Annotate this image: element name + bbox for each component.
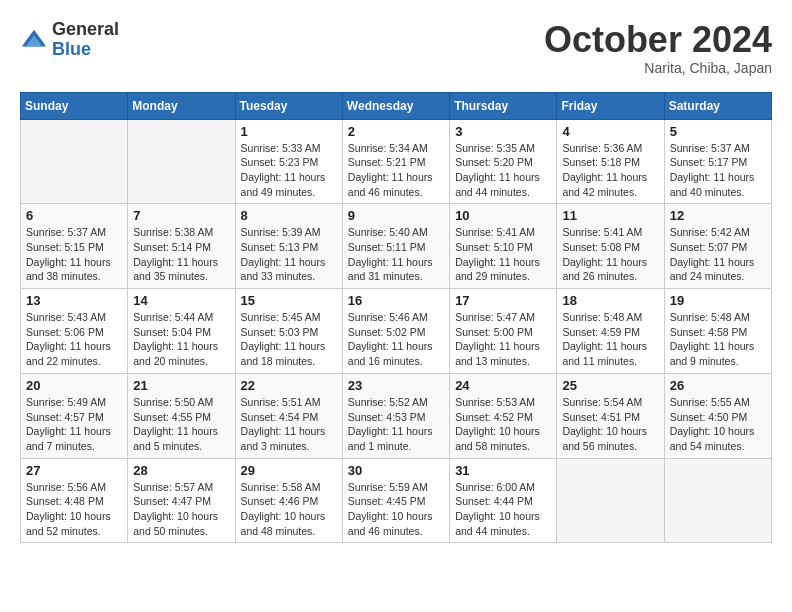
day-number: 17 [455, 293, 551, 308]
day-details: Sunrise: 5:57 AMSunset: 4:47 PMDaylight:… [133, 480, 229, 539]
day-number: 11 [562, 208, 658, 223]
day-number: 20 [26, 378, 122, 393]
calendar-cell [557, 458, 664, 543]
day-number: 21 [133, 378, 229, 393]
day-details: Sunrise: 5:37 AMSunset: 5:15 PMDaylight:… [26, 225, 122, 284]
weekday-header: Sunday [21, 92, 128, 119]
logo: General Blue [20, 20, 119, 60]
day-number: 8 [241, 208, 337, 223]
day-number: 14 [133, 293, 229, 308]
logo-text: General Blue [52, 20, 119, 60]
day-number: 13 [26, 293, 122, 308]
calendar-cell [664, 458, 771, 543]
day-details: Sunrise: 5:54 AMSunset: 4:51 PMDaylight:… [562, 395, 658, 454]
day-details: Sunrise: 5:45 AMSunset: 5:03 PMDaylight:… [241, 310, 337, 369]
calendar-cell: 23Sunrise: 5:52 AMSunset: 4:53 PMDayligh… [342, 373, 449, 458]
calendar-cell: 15Sunrise: 5:45 AMSunset: 5:03 PMDayligh… [235, 289, 342, 374]
calendar-cell: 8Sunrise: 5:39 AMSunset: 5:13 PMDaylight… [235, 204, 342, 289]
calendar-cell: 1Sunrise: 5:33 AMSunset: 5:23 PMDaylight… [235, 119, 342, 204]
day-details: Sunrise: 5:37 AMSunset: 5:17 PMDaylight:… [670, 141, 766, 200]
day-details: Sunrise: 5:38 AMSunset: 5:14 PMDaylight:… [133, 225, 229, 284]
calendar-cell: 3Sunrise: 5:35 AMSunset: 5:20 PMDaylight… [450, 119, 557, 204]
day-details: Sunrise: 5:33 AMSunset: 5:23 PMDaylight:… [241, 141, 337, 200]
calendar-cell: 17Sunrise: 5:47 AMSunset: 5:00 PMDayligh… [450, 289, 557, 374]
day-number: 22 [241, 378, 337, 393]
day-number: 31 [455, 463, 551, 478]
weekday-header: Tuesday [235, 92, 342, 119]
day-details: Sunrise: 5:40 AMSunset: 5:11 PMDaylight:… [348, 225, 444, 284]
day-details: Sunrise: 5:43 AMSunset: 5:06 PMDaylight:… [26, 310, 122, 369]
calendar-header: SundayMondayTuesdayWednesdayThursdayFrid… [21, 92, 772, 119]
calendar-cell: 25Sunrise: 5:54 AMSunset: 4:51 PMDayligh… [557, 373, 664, 458]
calendar-cell: 29Sunrise: 5:58 AMSunset: 4:46 PMDayligh… [235, 458, 342, 543]
day-details: Sunrise: 5:55 AMSunset: 4:50 PMDaylight:… [670, 395, 766, 454]
day-details: Sunrise: 5:48 AMSunset: 4:58 PMDaylight:… [670, 310, 766, 369]
day-number: 3 [455, 124, 551, 139]
calendar-week-row: 27Sunrise: 5:56 AMSunset: 4:48 PMDayligh… [21, 458, 772, 543]
day-number: 1 [241, 124, 337, 139]
day-details: Sunrise: 5:50 AMSunset: 4:55 PMDaylight:… [133, 395, 229, 454]
calendar-table: SundayMondayTuesdayWednesdayThursdayFrid… [20, 92, 772, 544]
calendar-body: 1Sunrise: 5:33 AMSunset: 5:23 PMDaylight… [21, 119, 772, 543]
calendar-cell: 21Sunrise: 5:50 AMSunset: 4:55 PMDayligh… [128, 373, 235, 458]
day-details: Sunrise: 5:34 AMSunset: 5:21 PMDaylight:… [348, 141, 444, 200]
title-block: October 2024 Narita, Chiba, Japan [544, 20, 772, 76]
day-details: Sunrise: 5:35 AMSunset: 5:20 PMDaylight:… [455, 141, 551, 200]
calendar-cell: 2Sunrise: 5:34 AMSunset: 5:21 PMDaylight… [342, 119, 449, 204]
day-number: 12 [670, 208, 766, 223]
day-details: Sunrise: 5:39 AMSunset: 5:13 PMDaylight:… [241, 225, 337, 284]
weekday-header: Monday [128, 92, 235, 119]
day-details: Sunrise: 5:58 AMSunset: 4:46 PMDaylight:… [241, 480, 337, 539]
location: Narita, Chiba, Japan [544, 60, 772, 76]
calendar-cell: 30Sunrise: 5:59 AMSunset: 4:45 PMDayligh… [342, 458, 449, 543]
weekday-header: Saturday [664, 92, 771, 119]
calendar-cell: 28Sunrise: 5:57 AMSunset: 4:47 PMDayligh… [128, 458, 235, 543]
calendar-cell: 16Sunrise: 5:46 AMSunset: 5:02 PMDayligh… [342, 289, 449, 374]
day-number: 4 [562, 124, 658, 139]
day-number: 16 [348, 293, 444, 308]
day-details: Sunrise: 5:41 AMSunset: 5:08 PMDaylight:… [562, 225, 658, 284]
day-number: 10 [455, 208, 551, 223]
day-number: 29 [241, 463, 337, 478]
calendar-week-row: 6Sunrise: 5:37 AMSunset: 5:15 PMDaylight… [21, 204, 772, 289]
calendar-cell [128, 119, 235, 204]
weekday-header: Friday [557, 92, 664, 119]
calendar-cell: 22Sunrise: 5:51 AMSunset: 4:54 PMDayligh… [235, 373, 342, 458]
day-details: Sunrise: 5:59 AMSunset: 4:45 PMDaylight:… [348, 480, 444, 539]
calendar-cell: 20Sunrise: 5:49 AMSunset: 4:57 PMDayligh… [21, 373, 128, 458]
calendar-week-row: 20Sunrise: 5:49 AMSunset: 4:57 PMDayligh… [21, 373, 772, 458]
day-number: 25 [562, 378, 658, 393]
weekday-header: Wednesday [342, 92, 449, 119]
day-details: Sunrise: 5:46 AMSunset: 5:02 PMDaylight:… [348, 310, 444, 369]
day-details: Sunrise: 5:48 AMSunset: 4:59 PMDaylight:… [562, 310, 658, 369]
calendar-cell: 26Sunrise: 5:55 AMSunset: 4:50 PMDayligh… [664, 373, 771, 458]
calendar-cell [21, 119, 128, 204]
day-number: 6 [26, 208, 122, 223]
day-number: 15 [241, 293, 337, 308]
day-number: 9 [348, 208, 444, 223]
calendar-cell: 19Sunrise: 5:48 AMSunset: 4:58 PMDayligh… [664, 289, 771, 374]
day-number: 7 [133, 208, 229, 223]
day-details: Sunrise: 5:42 AMSunset: 5:07 PMDaylight:… [670, 225, 766, 284]
day-number: 30 [348, 463, 444, 478]
day-details: Sunrise: 5:44 AMSunset: 5:04 PMDaylight:… [133, 310, 229, 369]
day-details: Sunrise: 5:49 AMSunset: 4:57 PMDaylight:… [26, 395, 122, 454]
logo-icon [20, 26, 48, 54]
day-number: 18 [562, 293, 658, 308]
day-details: Sunrise: 5:52 AMSunset: 4:53 PMDaylight:… [348, 395, 444, 454]
logo-general: General [52, 20, 119, 40]
day-number: 24 [455, 378, 551, 393]
calendar-cell: 5Sunrise: 5:37 AMSunset: 5:17 PMDaylight… [664, 119, 771, 204]
day-number: 2 [348, 124, 444, 139]
calendar-cell: 10Sunrise: 5:41 AMSunset: 5:10 PMDayligh… [450, 204, 557, 289]
calendar-cell: 4Sunrise: 5:36 AMSunset: 5:18 PMDaylight… [557, 119, 664, 204]
day-number: 23 [348, 378, 444, 393]
day-details: Sunrise: 5:56 AMSunset: 4:48 PMDaylight:… [26, 480, 122, 539]
day-number: 19 [670, 293, 766, 308]
day-details: Sunrise: 5:53 AMSunset: 4:52 PMDaylight:… [455, 395, 551, 454]
weekday-header: Thursday [450, 92, 557, 119]
day-number: 27 [26, 463, 122, 478]
calendar-cell: 24Sunrise: 5:53 AMSunset: 4:52 PMDayligh… [450, 373, 557, 458]
day-number: 28 [133, 463, 229, 478]
calendar-cell: 31Sunrise: 6:00 AMSunset: 4:44 PMDayligh… [450, 458, 557, 543]
